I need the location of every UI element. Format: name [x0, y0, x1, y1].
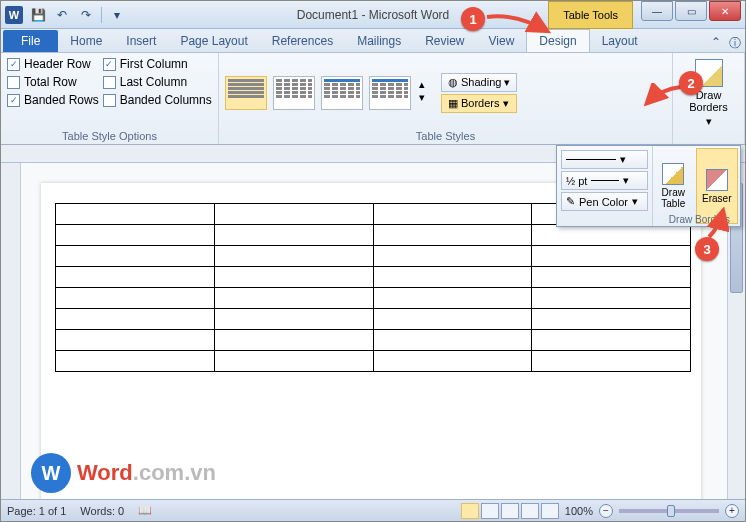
draw-table-label: Draw Table	[661, 187, 685, 209]
line-sample-icon	[591, 180, 619, 181]
shading-button[interactable]: ◍Shading▾	[441, 73, 517, 92]
borders-label: Borders	[461, 97, 500, 109]
callout-3: 3	[695, 237, 719, 261]
watermark-icon: W	[31, 453, 71, 493]
ribbon-extras: ⌃ ⓘ	[711, 35, 741, 52]
chk-last-column-label: Last Column	[120, 75, 187, 89]
zoom-in-button[interactable]: +	[725, 504, 739, 518]
window-controls: — ▭ ✕	[639, 1, 745, 21]
table-style-2[interactable]	[273, 76, 315, 110]
zoom-slider-thumb[interactable]	[667, 505, 675, 517]
minimize-ribbon-icon[interactable]: ⌃	[711, 35, 721, 52]
tab-mailings[interactable]: Mailings	[345, 30, 413, 52]
maximize-button[interactable]: ▭	[675, 1, 707, 21]
group-label-options: Table Style Options	[7, 128, 212, 142]
chk-first-column-label: First Column	[120, 57, 188, 71]
tab-page-layout[interactable]: Page Layout	[168, 30, 259, 52]
fill-icon: ◍	[448, 76, 458, 89]
table-style-3[interactable]	[321, 76, 363, 110]
help-icon[interactable]: ⓘ	[729, 35, 741, 52]
grid-icon: ▦	[448, 97, 458, 110]
shading-label: Shading	[461, 76, 501, 88]
eraser-label: Eraser	[702, 193, 731, 204]
tab-file[interactable]: File	[3, 30, 58, 52]
document-page[interactable]	[41, 183, 701, 499]
zoom-slider[interactable]	[619, 509, 719, 513]
view-draft[interactable]	[541, 503, 559, 519]
chk-header-row-label: Header Row	[24, 57, 91, 71]
ribbon-tabs: File Home Insert Page Layout References …	[1, 29, 745, 53]
redo-icon[interactable]: ↷	[75, 4, 97, 26]
view-full-screen[interactable]	[481, 503, 499, 519]
undo-icon[interactable]: ↶	[51, 4, 73, 26]
line-weight-dropdown[interactable]: ½ pt▾	[561, 171, 648, 190]
tab-layout[interactable]: Layout	[590, 30, 650, 52]
table-row[interactable]	[56, 309, 691, 330]
eraser-icon	[706, 169, 728, 191]
chk-total-row[interactable]: Total Row	[7, 75, 99, 89]
chevron-down-icon: ▾	[620, 153, 626, 166]
close-button[interactable]: ✕	[709, 1, 741, 21]
line-weight-value: ½ pt	[566, 175, 587, 187]
chk-header-row[interactable]: ✓Header Row	[7, 57, 99, 71]
qat-dropdown-icon[interactable]: ▾	[106, 4, 128, 26]
table-row[interactable]	[56, 351, 691, 372]
table-row[interactable]	[56, 330, 691, 351]
chevron-down-icon: ▾	[632, 195, 638, 208]
tab-references[interactable]: References	[260, 30, 345, 52]
chevron-down-icon: ▾	[503, 97, 509, 110]
arrow-2	[641, 83, 685, 109]
watermark: W Word.com.vn	[31, 453, 216, 493]
table-style-1[interactable]	[225, 76, 267, 110]
zoom-out-button[interactable]: −	[599, 504, 613, 518]
borders-button[interactable]: ▦Borders▾	[441, 94, 517, 113]
chk-banded-columns-label: Banded Columns	[120, 93, 212, 107]
title-bar: W 💾 ↶ ↷ ▾ Document1 - Microsoft Word Tab…	[1, 1, 745, 29]
chk-first-column[interactable]: ✓First Column	[103, 57, 212, 71]
group-table-style-options: ✓Header Row Total Row ✓Banded Rows ✓Firs…	[1, 53, 219, 144]
zoom-level[interactable]: 100%	[565, 505, 593, 517]
callout-2: 2	[679, 71, 703, 95]
group-label-styles: Table Styles	[225, 128, 666, 142]
table-style-more[interactable]: ▴▾	[417, 76, 435, 110]
chk-last-column[interactable]: Last Column	[103, 75, 212, 89]
view-web-layout[interactable]	[501, 503, 519, 519]
line-sample-icon	[566, 159, 616, 160]
chevron-down-icon: ▾	[504, 76, 510, 89]
table-row[interactable]	[56, 267, 691, 288]
pen-color-label: Pen Color	[579, 196, 628, 208]
view-print-layout[interactable]	[461, 503, 479, 519]
chevron-down-icon: ▾	[706, 115, 712, 128]
chk-banded-columns[interactable]: Banded Columns	[103, 93, 212, 107]
tab-insert[interactable]: Insert	[114, 30, 168, 52]
quick-access-toolbar: 💾 ↶ ↷ ▾	[27, 4, 128, 26]
group-table-styles: ▴▾ ◍Shading▾ ▦Borders▾ Table Styles	[219, 53, 673, 144]
line-style-dropdown[interactable]: ▾	[561, 150, 648, 169]
table-tools-contextual-tab: Table Tools	[548, 1, 633, 29]
table-row[interactable]	[56, 246, 691, 267]
table-style-4[interactable]	[369, 76, 411, 110]
status-page[interactable]: Page: 1 of 1	[7, 505, 66, 517]
tab-home[interactable]: Home	[58, 30, 114, 52]
chk-banded-rows-label: Banded Rows	[24, 93, 99, 107]
callout-1: 1	[461, 7, 485, 31]
chk-banded-rows[interactable]: ✓Banded Rows	[7, 93, 99, 107]
arrow-1	[485, 11, 555, 39]
ribbon: ✓Header Row Total Row ✓Banded Rows ✓Firs…	[1, 53, 745, 145]
tab-review[interactable]: Review	[413, 30, 476, 52]
chevron-down-icon: ▾	[623, 174, 629, 187]
save-icon[interactable]: 💾	[27, 4, 49, 26]
view-outline[interactable]	[521, 503, 539, 519]
watermark-text: Word.com.vn	[77, 460, 216, 486]
arrow-3	[705, 207, 729, 241]
pen-color-dropdown[interactable]: ✎Pen Color▾	[561, 192, 648, 211]
status-proofing-icon[interactable]: 📖	[138, 504, 152, 517]
status-bar: Page: 1 of 1 Words: 0 📖 100% − +	[1, 499, 745, 521]
vertical-ruler[interactable]	[1, 163, 21, 499]
qat-separator	[101, 7, 102, 23]
status-words[interactable]: Words: 0	[80, 505, 124, 517]
document-table[interactable]	[55, 203, 691, 372]
table-row[interactable]	[56, 225, 691, 246]
minimize-button[interactable]: —	[641, 1, 673, 21]
table-row[interactable]	[56, 288, 691, 309]
